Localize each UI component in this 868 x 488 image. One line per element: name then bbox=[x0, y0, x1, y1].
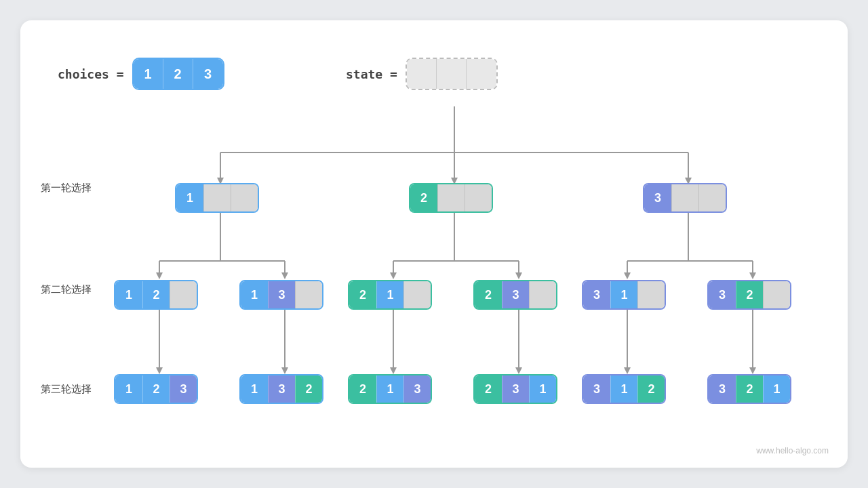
svg-marker-12 bbox=[156, 272, 163, 279]
l3-node-231: 2 3 1 bbox=[473, 374, 557, 404]
state-label: state = bbox=[346, 67, 397, 81]
svg-marker-37 bbox=[749, 367, 756, 374]
l2-node-23: 2 3 bbox=[473, 280, 557, 310]
svg-marker-35 bbox=[624, 367, 631, 374]
choices-label: choices = bbox=[58, 67, 124, 81]
l1-node-purple: 3 bbox=[643, 183, 727, 213]
l2-node-21: 2 1 bbox=[348, 280, 432, 310]
choice-1: 1 bbox=[134, 59, 163, 89]
svg-marker-25 bbox=[749, 272, 756, 279]
main-card: choices = 1 2 3 state = 第一轮选择 第二轮选择 第三轮选… bbox=[20, 20, 848, 468]
l1-node-blue: 1 bbox=[175, 183, 259, 213]
svg-marker-31 bbox=[390, 367, 397, 374]
l2-node-13: 1 3 bbox=[239, 280, 323, 310]
svg-marker-13 bbox=[281, 272, 288, 279]
svg-marker-24 bbox=[624, 272, 631, 279]
l2-node-31: 3 1 bbox=[582, 280, 666, 310]
svg-marker-19 bbox=[515, 272, 522, 279]
l3-node-312: 3 1 2 bbox=[582, 374, 666, 404]
choices-array: 1 2 3 bbox=[132, 58, 224, 90]
l3-node-123: 1 2 3 bbox=[114, 374, 198, 404]
l3-node-213: 2 1 3 bbox=[348, 374, 432, 404]
svg-marker-33 bbox=[515, 367, 522, 374]
state-array bbox=[406, 58, 498, 90]
l3-node-132: 1 3 2 bbox=[239, 374, 323, 404]
choice-2: 2 bbox=[163, 59, 193, 89]
l1-node-teal: 2 bbox=[409, 183, 493, 213]
l2-node-32: 3 2 bbox=[707, 280, 791, 310]
watermark: www.hello-algo.com bbox=[756, 446, 829, 455]
svg-marker-29 bbox=[281, 367, 288, 374]
l2-node-12: 1 2 bbox=[114, 280, 198, 310]
round3-label: 第三轮选择 bbox=[41, 383, 92, 396]
round2-label: 第二轮选择 bbox=[41, 283, 92, 296]
svg-marker-18 bbox=[390, 272, 397, 279]
svg-marker-27 bbox=[156, 367, 163, 374]
l3-node-321: 3 2 1 bbox=[707, 374, 791, 404]
choice-3: 3 bbox=[193, 59, 223, 89]
round1-label: 第一轮选择 bbox=[41, 182, 92, 195]
